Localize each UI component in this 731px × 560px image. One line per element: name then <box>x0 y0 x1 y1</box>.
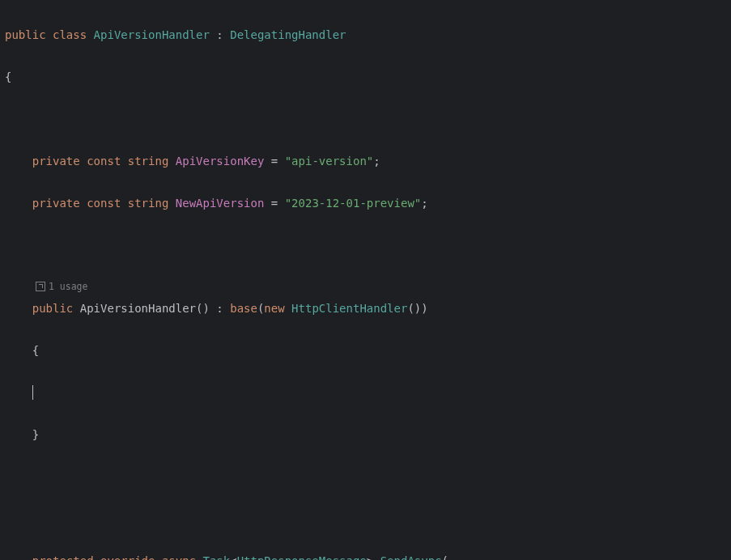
code-line <box>5 235 726 256</box>
code-line: public ApiVersionHandler() : base(new Ht… <box>5 298 726 319</box>
code-line <box>5 508 726 529</box>
punct-eq: = <box>271 155 278 168</box>
keyword-const: const <box>87 155 121 168</box>
code-line: public class ApiVersionHandler : Delegat… <box>5 24 726 45</box>
code-line: { <box>5 66 726 87</box>
keyword-private: private <box>32 197 80 210</box>
punct-colon: : <box>216 28 223 41</box>
usage-icon <box>36 282 45 291</box>
punct-paren: ( <box>442 554 448 560</box>
usage-hint[interactable]: 1 usage <box>5 278 87 295</box>
usage-text: 1 usage <box>49 278 87 295</box>
keyword-string: string <box>128 155 169 168</box>
string-literal: "2023-12-01-preview" <box>285 197 422 210</box>
code-editor[interactable]: public class ApiVersionHandler : Delegat… <box>0 0 731 560</box>
field-name: ApiVersionKey <box>176 155 265 168</box>
code-line: protected override async Task<HttpRespon… <box>5 550 726 560</box>
punct-paren: () <box>196 302 210 315</box>
keyword-class: class <box>53 28 87 41</box>
type-name: Task <box>202 554 230 560</box>
keyword-string: string <box>128 197 169 210</box>
punct-semi: ; <box>421 197 427 210</box>
field-name: NewApiVersion <box>176 197 265 210</box>
base-class-name: DelegatingHandler <box>230 28 346 41</box>
text-caret <box>32 385 33 400</box>
ctor-name: ApiVersionHandler <box>80 302 196 315</box>
punct-gt: > <box>367 554 373 560</box>
punct-semi: ; <box>373 155 380 168</box>
punct-lt: < <box>230 554 236 560</box>
keyword-public: public <box>5 28 46 41</box>
code-line: { <box>5 340 726 361</box>
keyword-base: base <box>230 302 257 315</box>
method-name: SendAsync <box>380 554 442 560</box>
code-line <box>5 466 726 487</box>
code-line <box>5 108 726 129</box>
code-line: private const string NewApiVersion = "20… <box>5 193 726 214</box>
brace-open: { <box>32 344 39 357</box>
class-name: ApiVersionHandler <box>94 28 210 41</box>
keyword-override: override <box>100 554 155 560</box>
code-line: private const string ApiVersionKey = "ap… <box>5 151 726 172</box>
punct-paren: ()) <box>407 302 427 315</box>
keyword-protected: protected <box>32 554 94 560</box>
keyword-public: public <box>32 302 74 315</box>
type-name: HttpResponseMessage <box>237 554 367 560</box>
punct-colon: : <box>216 302 223 315</box>
brace-open: { <box>5 70 11 83</box>
type-name: HttpClientHandler <box>291 302 407 315</box>
string-literal: "api-version" <box>285 155 374 168</box>
code-line: } <box>5 424 726 445</box>
keyword-private: private <box>32 155 80 168</box>
brace-close: } <box>32 428 39 441</box>
keyword-new: new <box>264 302 284 315</box>
keyword-const: const <box>87 197 121 210</box>
code-line <box>5 382 726 403</box>
punct-eq: = <box>271 197 278 210</box>
keyword-async: async <box>162 554 196 560</box>
